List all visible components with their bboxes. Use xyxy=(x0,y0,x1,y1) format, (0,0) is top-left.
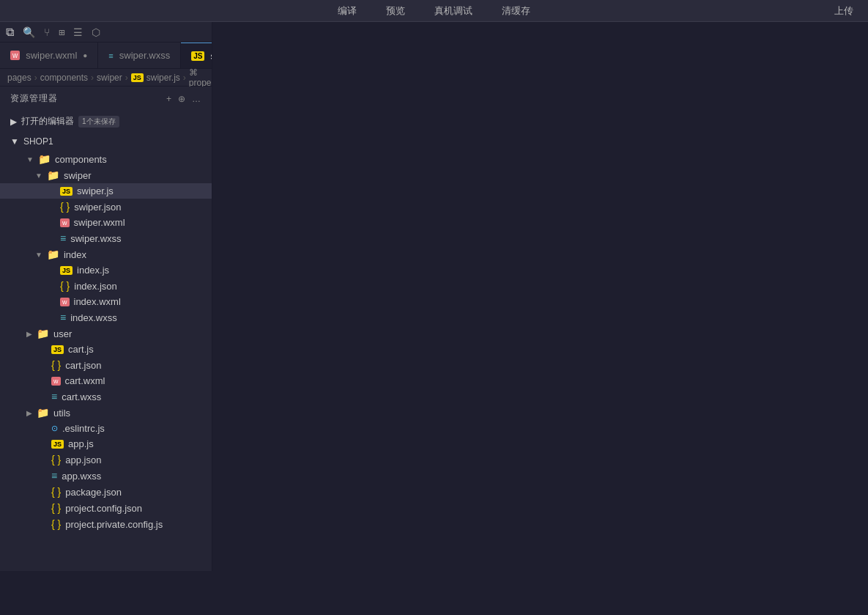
file-index-wxss[interactable]: ≡ index.wxss xyxy=(0,309,212,325)
file-cart-wxml[interactable]: w cart.wxml xyxy=(0,373,212,388)
file-package-json[interactable]: { } package.json xyxy=(0,484,212,500)
wxml-modified-dot: ● xyxy=(83,51,87,59)
folder-label: index xyxy=(64,249,86,260)
file-label: cart.wxml xyxy=(65,375,105,386)
file-swiper-json[interactable]: { } swiper.json xyxy=(0,199,212,215)
json-file-icon: { } xyxy=(60,280,70,292)
toolbar-device-debug[interactable]: 真机调试 xyxy=(434,4,472,18)
chevron-down-icon: ▼ xyxy=(35,172,42,180)
folder-user[interactable]: ▶ 📁 user xyxy=(0,325,212,342)
file-app-json[interactable]: { } app.json xyxy=(0,452,212,468)
open-editors-badge: 1个未保存 xyxy=(78,116,119,128)
js-icon-small: JS xyxy=(131,73,144,82)
toolbar-preview[interactable]: 预览 xyxy=(386,4,405,18)
file-label: project.private.config.js xyxy=(65,519,163,530)
file-eslintrc[interactable]: ⊙ .eslintrc.js xyxy=(0,421,212,436)
file-app-js[interactable]: JS app.js xyxy=(0,436,212,452)
sidebar-title-text: 资源管理器 xyxy=(10,92,58,105)
breadcrumb: pages › components › swiper › JS swiper.… xyxy=(0,69,212,86)
file-tree: 资源管理器 + ⊕ … ▶ 打开的编辑器 1个未保存 xyxy=(0,86,212,571)
file-swiper-wxss[interactable]: ≡ swiper.wxss xyxy=(0,230,212,246)
debug-icon[interactable]: ⬡ xyxy=(92,26,100,38)
js-icon: JS xyxy=(191,51,204,61)
file-label: .eslintrc.js xyxy=(62,423,105,434)
folder-label: components xyxy=(55,154,107,165)
json-file-icon: { } xyxy=(60,201,70,213)
tab-bar: w swiper.wxml ● ≡ swiper.wxss JS swiper.… xyxy=(0,43,212,69)
js-file-icon: JS xyxy=(60,187,73,196)
file-label: swiper.js xyxy=(77,185,114,196)
folder-utils[interactable]: ▶ 📁 utils xyxy=(0,405,212,421)
file-index-wxml[interactable]: w index.wxml xyxy=(0,294,212,309)
branch-icon[interactable]: ⑂ xyxy=(44,26,50,38)
tab-wxml[interactable]: w swiper.wxml ● xyxy=(0,43,98,68)
folder-icon: 📁 xyxy=(38,153,51,165)
json-file-icon: { } xyxy=(51,486,61,498)
file-label: swiper.wxss xyxy=(70,233,121,244)
wxss-file-icon: ≡ xyxy=(60,232,66,244)
file-label: index.wxml xyxy=(74,296,121,307)
folder-label: swiper xyxy=(64,170,92,181)
wxss-file-icon: ≡ xyxy=(51,470,57,482)
file-project-private[interactable]: { } project.private.config.js xyxy=(0,516,212,532)
folder-swiper[interactable]: ▼ 📁 swiper xyxy=(0,167,212,183)
js-file-icon: JS xyxy=(51,345,64,354)
tab-js[interactable]: JS swiper.js × xyxy=(181,43,212,68)
file-label: swiper.json xyxy=(74,202,121,213)
toolbar-clear-cache[interactable]: 清缓存 xyxy=(502,4,530,18)
wxss-file-icon: ≡ xyxy=(51,391,57,402)
top-toolbar: 编译 预览 真机调试 清缓存 上传 xyxy=(0,0,868,22)
file-cart-js[interactable]: JS cart.js xyxy=(0,342,212,357)
folder-icon: 📁 xyxy=(37,328,49,339)
open-editors-label: 打开的编辑器 xyxy=(21,115,74,128)
file-label: cart.wxss xyxy=(62,391,101,402)
js-file-icon: JS xyxy=(60,266,73,275)
more-icon[interactable]: … xyxy=(192,94,201,104)
folder-icon: 📁 xyxy=(47,169,59,181)
json-file-icon: { } xyxy=(51,518,61,530)
file-label: cart.json xyxy=(65,360,101,371)
file-swiper-js[interactable]: JS swiper.js xyxy=(0,183,212,199)
file-cart-json[interactable]: { } cart.json xyxy=(0,357,212,373)
wxml-file-icon: w xyxy=(60,218,70,227)
toolbar-upload[interactable]: 上传 xyxy=(834,4,853,18)
file-label: swiper.wxml xyxy=(74,217,125,228)
project-section[interactable]: ▼ SHOP1 xyxy=(0,132,212,151)
split-icon[interactable]: ⊞ xyxy=(59,26,64,38)
chevron-down-icon: ▼ xyxy=(35,251,42,259)
js-file-icon: JS xyxy=(51,440,64,449)
file-project-config[interactable]: { } project.config.json xyxy=(0,500,212,516)
file-swiper-wxml[interactable]: w swiper.wxml xyxy=(0,215,212,230)
chevron-down-icon: ▼ xyxy=(26,155,34,163)
wxss-file-icon: ≡ xyxy=(60,312,66,323)
breadcrumb-item: components xyxy=(40,73,88,83)
tab-js-label: swiper.js xyxy=(210,51,212,62)
search-icon[interactable]: 🔍 xyxy=(23,26,35,38)
file-label: project.config.json xyxy=(65,503,142,514)
file-label: app.json xyxy=(65,454,101,465)
copy-icon[interactable]: ⧉ xyxy=(6,25,14,39)
file-app-wxss[interactable]: ≡ app.wxss xyxy=(0,468,212,484)
new-folder-icon[interactable]: ⊕ xyxy=(178,94,186,104)
tab-wxss[interactable]: ≡ swiper.wxss xyxy=(98,43,181,68)
new-file-icon[interactable]: + xyxy=(166,94,172,104)
file-label: index.js xyxy=(77,265,109,276)
project-label: SHOP1 xyxy=(23,136,53,147)
tab-wxss-label: swiper.wxss xyxy=(119,50,170,61)
folder-label: user xyxy=(53,328,72,339)
breadcrumb-item: pages xyxy=(7,73,31,83)
json-file-icon: { } xyxy=(51,502,61,514)
folder-label: utils xyxy=(53,408,70,419)
folder-components[interactable]: ▼ 📁 components xyxy=(0,151,212,167)
file-index-js[interactable]: JS index.js xyxy=(0,262,212,278)
file-label: index.wxss xyxy=(70,312,117,323)
open-editors-section[interactable]: ▶ 打开的编辑器 1个未保存 xyxy=(0,111,212,132)
file-cart-wxss[interactable]: ≡ cart.wxss xyxy=(0,388,212,405)
json-file-icon: { } xyxy=(51,454,61,465)
breadcrumb-item: ⌘ properties xyxy=(189,67,212,88)
file-index-json[interactable]: { } index.json xyxy=(0,278,212,294)
wxml-file-icon: w xyxy=(60,298,70,306)
docs-icon[interactable]: ☰ xyxy=(73,26,83,38)
folder-index[interactable]: ▼ 📁 index xyxy=(0,246,212,262)
toolbar-compile[interactable]: 编译 xyxy=(338,4,357,18)
